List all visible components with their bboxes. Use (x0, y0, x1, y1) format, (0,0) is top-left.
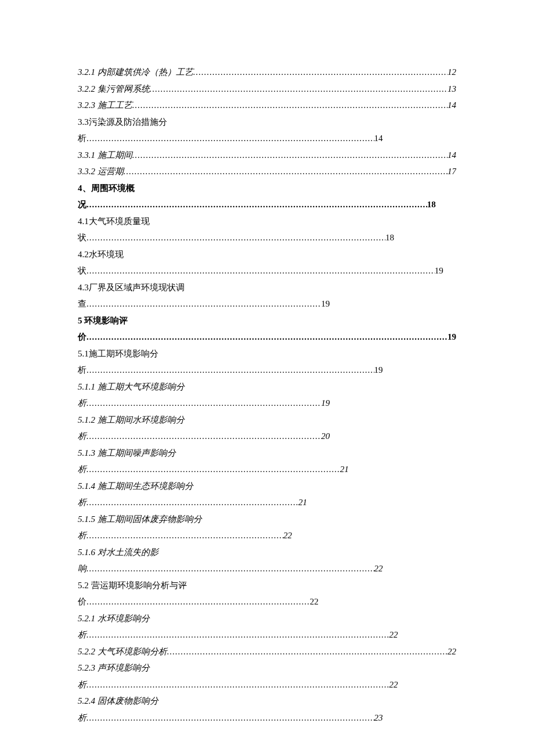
toc-leader-dots: ........................................… (86, 362, 374, 379)
toc-label: 5.2.2 大气环境影响分析 (78, 643, 167, 660)
toc-page-number: 22 (389, 627, 398, 643)
toc-entry: 5 环境影响评价................................… (78, 312, 456, 345)
toc-leader-dots: ........................................… (193, 64, 448, 81)
toc-label: 3.2.3 施工工艺 (78, 97, 132, 114)
toc-label-tail: 析 (78, 362, 86, 379)
toc-entry: 5.1.1 施工期大气环境影响分析.......................… (78, 379, 456, 412)
toc-page-number: 12 (448, 64, 456, 81)
toc-label: 5.2.4 固体废物影响分 (78, 693, 456, 710)
toc-leader-dots: ........................................… (86, 329, 448, 345)
toc-leader-dots: ........................................… (167, 643, 448, 660)
toc-label-tail: 析 (78, 627, 86, 643)
toc-label: 3.3.2 运营期 (78, 163, 124, 180)
toc-label: 4.2水环境现 (78, 246, 456, 263)
toc-label-tail: 析 (78, 494, 86, 511)
toc-leader-dots: ........................................… (86, 196, 427, 213)
toc-label: 4.3厂界及区域声环境现状调 (78, 279, 456, 296)
toc-label: 5.1.2 施工期间水环境影响分 (78, 412, 456, 429)
toc-label: 5 环境影响评 (78, 312, 456, 329)
toc-page-number: 19 (435, 262, 443, 279)
toc-label: 3.3污染源及防治措施分 (78, 114, 456, 131)
toc-label-tail: 价 (78, 329, 86, 345)
toc-label-tail: 析 (78, 130, 86, 147)
toc-page-number: 19 (321, 395, 330, 412)
toc-leader-dots: ........................................… (86, 296, 321, 312)
toc-label: 5.1.3 施工期间噪声影响分 (78, 445, 456, 462)
toc-label: 5.1.1 施工期大气环境影响分 (78, 379, 456, 395)
toc-leader-dots: ........................................… (86, 262, 435, 279)
toc-leader-dots: ........................................… (86, 428, 321, 445)
toc-entry: 4.3厂界及区域声环境现状调查.........................… (78, 279, 456, 312)
toc-entry: 5.1.6 对水土流失的影响..........................… (78, 544, 456, 577)
toc-entry: 3.2.2 集污管网系统............................… (78, 81, 456, 98)
toc-entry: 4.2水环境现状................................… (78, 246, 456, 279)
page-number: 3 (78, 754, 456, 756)
toc-leader-dots: ........................................… (86, 710, 374, 726)
toc-leader-dots: ........................................… (86, 560, 374, 577)
toc-page-number: 18 (385, 229, 394, 246)
toc-entry: 5.2.4 固体废物影响分析..........................… (78, 693, 456, 726)
toc-entry: 5.1.3 施工期间噪声影响分析........................… (78, 445, 456, 478)
toc-leader-dots: ........................................… (86, 527, 283, 544)
toc-page-number: 19 (448, 329, 456, 345)
toc-label-tail: 析 (78, 428, 86, 445)
toc-label: 5.1.4 施工期间生态环境影响分 (78, 478, 456, 495)
toc-entry: 5.2 营运期环境影响分析与评价........................… (78, 577, 456, 610)
toc-label-tail: 析 (78, 461, 86, 478)
toc-page-number: 21 (340, 461, 349, 478)
toc-page-number: 22 (283, 527, 292, 544)
toc-leader-dots: ........................................… (86, 130, 374, 147)
toc-label: 3.3.1 施工期间 (78, 147, 132, 164)
toc-entry: 3.3.2 运营期...............................… (78, 163, 456, 180)
toc-label-tail: 价 (78, 593, 86, 610)
toc-entry: 3.2.3 施工工艺..............................… (78, 97, 456, 114)
toc-leader-dots: ........................................… (124, 163, 448, 180)
toc-leader-dots: ........................................… (86, 676, 389, 693)
toc-entry: 5.1施工期环境影响分析............................… (78, 345, 456, 379)
toc-entry: 5.2.3 声环境影响分析...........................… (78, 660, 456, 693)
toc-label-tail: 况 (78, 196, 86, 213)
toc-label: 4、周围环境概 (78, 180, 456, 197)
toc-label-tail: 状 (78, 262, 86, 279)
toc-entry: 4、周围环境概况................................… (78, 180, 456, 213)
toc-label: 5.2 营运期环境影响分析与评 (78, 577, 456, 594)
toc-label-tail: 析 (78, 527, 86, 544)
toc-entry: 3.3.1 施工期间..............................… (78, 147, 456, 164)
toc-entry: 3.3污染源及防治措施分析...........................… (78, 114, 456, 147)
toc-entry: 4.1大气环境质量现状.............................… (78, 213, 456, 246)
toc-label-tail: 析 (78, 395, 86, 412)
toc-label: 5.2.1 水环境影响分 (78, 610, 456, 627)
toc-label-tail: 查 (78, 296, 86, 312)
toc-label: 3.2.2 集污管网系统 (78, 81, 150, 98)
toc-label: 3.2.1 内部建筑供冷（热）工艺 (78, 64, 193, 81)
toc-label: 5.1施工期环境影响分 (78, 345, 456, 362)
toc-page-number: 14 (374, 130, 383, 147)
toc-page-number: 22 (310, 593, 319, 610)
toc-entry: 5.2.1 水环境影响分析...........................… (78, 610, 456, 643)
toc-label-tail: 状 (78, 229, 86, 246)
toc-page-number: 14 (448, 97, 456, 114)
toc-entry: 3.2.1 内部建筑供冷（热）工艺.......................… (78, 64, 456, 81)
toc-leader-dots: ........................................… (86, 494, 298, 511)
toc-label: 5.1.5 施工期间固体废弃物影响分 (78, 511, 456, 528)
toc-entry: 5.1.2 施工期间水环境影响分析.......................… (78, 412, 456, 445)
toc-leader-dots: ........................................… (132, 97, 448, 114)
toc-page-number: 23 (374, 710, 383, 726)
toc-label-tail: 响 (78, 560, 86, 577)
table-of-contents: 3.2.1 内部建筑供冷（热）工艺.......................… (78, 64, 456, 726)
toc-page-number: 19 (374, 362, 383, 379)
toc-leader-dots: ........................................… (86, 627, 389, 643)
toc-page-number: 14 (448, 147, 456, 164)
toc-leader-dots: ........................................… (86, 395, 321, 412)
toc-page-number: 22 (389, 676, 398, 693)
toc-entry: 5.1.4 施工期间生态环境影响分析......................… (78, 478, 456, 511)
toc-page-number: 20 (321, 428, 330, 445)
toc-label: 5.2.3 声环境影响分 (78, 660, 456, 676)
toc-label: 4.1大气环境质量现 (78, 213, 456, 230)
toc-leader-dots: ........................................… (86, 229, 385, 246)
toc-label-tail: 析 (78, 710, 86, 726)
toc-page-number: 18 (427, 196, 436, 213)
toc-label-tail: 析 (78, 676, 86, 693)
toc-leader-dots: ........................................… (150, 81, 448, 98)
toc-label: 5.1.6 对水土流失的影 (78, 544, 456, 561)
